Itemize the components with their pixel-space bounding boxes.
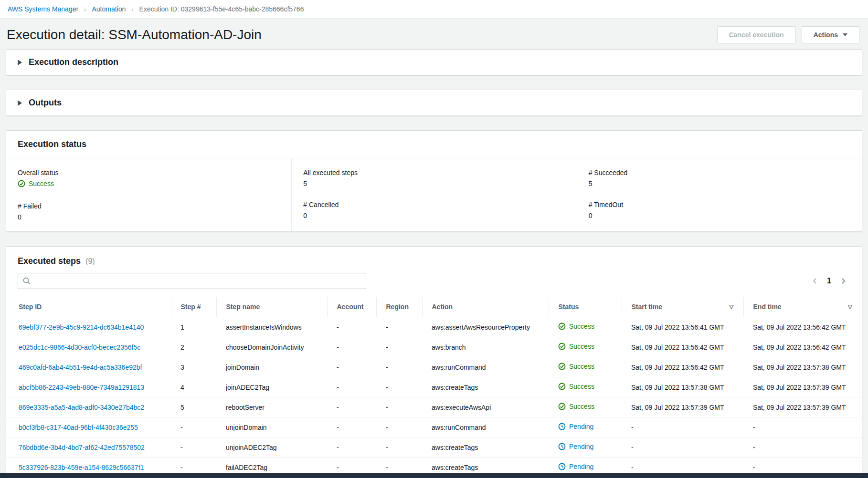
failed-label: # Failed [18, 202, 280, 210]
actions-button[interactable]: Actions [802, 26, 859, 43]
start-time-cell: - [622, 417, 743, 437]
succeeded-label: # Succeeded [589, 169, 850, 177]
step-id-link[interactable]: abcf5b86-2243-49eb-880e-7349a1291813 [19, 384, 144, 391]
end-time-cell: - [743, 437, 862, 457]
breadcrumb-separator: › [84, 6, 86, 13]
status-badge: Success [558, 363, 594, 370]
succeeded-value: 5 [589, 180, 850, 187]
outputs-panel: Outputs [6, 90, 862, 116]
column-header-status: Status [549, 297, 622, 317]
failed-field: # Failed 0 [18, 202, 280, 221]
step-id-link[interactable]: e025dc1c-9866-4d30-acf0-becec2356f5c [19, 343, 140, 351]
action-cell: aws:createTags [422, 377, 549, 397]
cancel-execution-button[interactable]: Cancel execution [717, 26, 796, 43]
table-controls: 1 [6, 267, 862, 297]
account-cell: - [327, 337, 376, 357]
step-id-link[interactable]: 76bdbd6e-3b4d-4bd7-af62-42ed75578502 [19, 444, 145, 451]
status-cell: Success [549, 377, 622, 397]
status-cell: Success [549, 317, 622, 337]
cancelled-label: # Cancelled [303, 201, 565, 208]
start-time-header-label: Start time [632, 303, 663, 311]
step-number-cell: 3 [171, 357, 216, 377]
table-header-row: Step ID Step # Step name Account Region … [6, 297, 862, 317]
chevron-left-icon [812, 278, 818, 284]
status-cell: Success [549, 357, 622, 377]
table-row: b0cf3fb8-c317-40ad-96bf-4f430c36e255-unj… [6, 417, 862, 437]
step-number-cell: 4 [171, 377, 216, 397]
breadcrumb-link-automation[interactable]: Automation [92, 5, 126, 13]
step-name-cell: unjoinDomain [216, 417, 327, 437]
account-cell: - [327, 437, 376, 457]
breadcrumb: AWS Systems Manager › Automation › Execu… [0, 0, 868, 19]
timedout-label: # TimedOut [589, 201, 850, 208]
executed-steps-title: Executed steps (9) [18, 256, 850, 266]
column-header-start-time[interactable]: Start time ▽ [622, 297, 743, 317]
next-page-button[interactable] [840, 278, 847, 284]
pending-icon [558, 443, 566, 450]
status-cell: Success [549, 337, 622, 357]
end-time-cell: Sat, 09 Jul 2022 13:57:38 GMT [743, 357, 862, 377]
table-row: 869e3335-a5a5-4ad8-adf0-3430e27b4bc25reb… [6, 397, 862, 417]
status-badge: Success [558, 383, 594, 390]
start-time-cell: Sat, 09 Jul 2022 13:57:38 GMT [622, 377, 743, 397]
success-icon [558, 363, 566, 370]
previous-page-button[interactable] [812, 278, 818, 284]
account-cell: - [327, 417, 376, 437]
status-column-3: # Succeeded 5 # TimedOut 0 [577, 158, 862, 231]
breadcrumb-link-ssm[interactable]: AWS Systems Manager [8, 5, 78, 13]
end-time-cell: Sat, 09 Jul 2022 13:56:42 GMT [743, 317, 862, 337]
executed-steps-count: (9) [85, 257, 95, 266]
column-header-action: Action [422, 297, 549, 317]
step-id-link[interactable]: 69ebf377-2e9b-45c9-9214-dc634b1e4140 [19, 323, 144, 331]
status-cell: Success [549, 397, 622, 417]
success-icon [18, 180, 25, 187]
breadcrumb-current-execution-id: Execution ID: 03299613-f55e-4c65-babc-28… [139, 5, 304, 13]
account-cell: - [327, 377, 376, 397]
step-id-link[interactable]: 869e3335-a5a5-4ad8-adf0-3430e27b4bc2 [19, 404, 144, 411]
column-header-account: Account [327, 297, 376, 317]
executed-steps-title-text: Executed steps [18, 256, 81, 266]
column-header-end-time[interactable]: End time ▽ [743, 297, 862, 317]
region-cell: - [376, 417, 422, 437]
start-time-cell: Sat, 09 Jul 2022 13:57:39 GMT [622, 397, 743, 417]
end-time-cell: Sat, 09 Jul 2022 13:56:42 GMT [743, 337, 862, 357]
action-cell: aws:branch [422, 337, 549, 357]
overall-status-field: Overall status Success [18, 169, 280, 189]
breadcrumb-separator: › [131, 6, 133, 13]
step-id-link[interactable]: 5c337926-823b-459e-a154-8629c56637f1 [19, 464, 144, 471]
page-number[interactable]: 1 [827, 277, 831, 285]
failed-value: 0 [18, 213, 280, 221]
table-row: 76bdbd6e-3b4d-4bd7-af62-42ed75578502-unj… [6, 437, 862, 457]
end-time-cell: Sat, 09 Jul 2022 13:57:39 GMT [743, 397, 862, 417]
execution-status-header: Execution status [6, 131, 862, 158]
executed-steps-panel: Executed steps (9) 1 Step ID Ste [6, 246, 862, 478]
overall-status-text: Success [29, 180, 54, 187]
start-time-cell: Sat, 09 Jul 2022 13:56:42 GMT [622, 337, 743, 357]
status-badge: Pending [558, 443, 593, 450]
status-badge: Success [558, 403, 594, 410]
outputs-toggle[interactable]: Outputs [6, 90, 862, 115]
search-input[interactable] [34, 277, 361, 285]
sort-filter-icon[interactable]: ▽ [848, 303, 852, 310]
step-name-cell: joinDomain [216, 357, 327, 377]
action-cell: aws:executeAwsApi [422, 397, 549, 417]
step-name-cell: rebootServer [216, 397, 327, 417]
success-icon [558, 403, 566, 410]
executed-steps-heading: Executed steps (9) [6, 247, 862, 267]
column-header-step-id: Step ID [6, 297, 171, 317]
sort-filter-icon[interactable]: ▽ [729, 303, 733, 310]
status-cell: Pending [549, 417, 622, 437]
start-time-cell: - [622, 437, 743, 457]
account-cell: - [327, 397, 376, 417]
expand-triangle-icon [18, 60, 22, 65]
pagination: 1 [812, 277, 850, 285]
status-column-2: All executed steps 5 # Cancelled 0 [291, 158, 576, 231]
start-time-cell: Sat, 09 Jul 2022 13:56:41 GMT [622, 317, 743, 337]
chevron-right-icon [840, 278, 847, 284]
execution-description-toggle[interactable]: Execution description [6, 50, 862, 75]
step-id-link[interactable]: 469c0afd-6ab4-4b51-9e4d-ac5a336e92bf [19, 364, 142, 371]
executed-steps-table: Step ID Step # Step name Account Region … [6, 297, 862, 478]
status-badge: Pending [558, 423, 593, 430]
action-cell: aws:runCommand [422, 357, 549, 377]
step-id-link[interactable]: b0cf3fb8-c317-40ad-96bf-4f430c36e255 [19, 424, 138, 431]
